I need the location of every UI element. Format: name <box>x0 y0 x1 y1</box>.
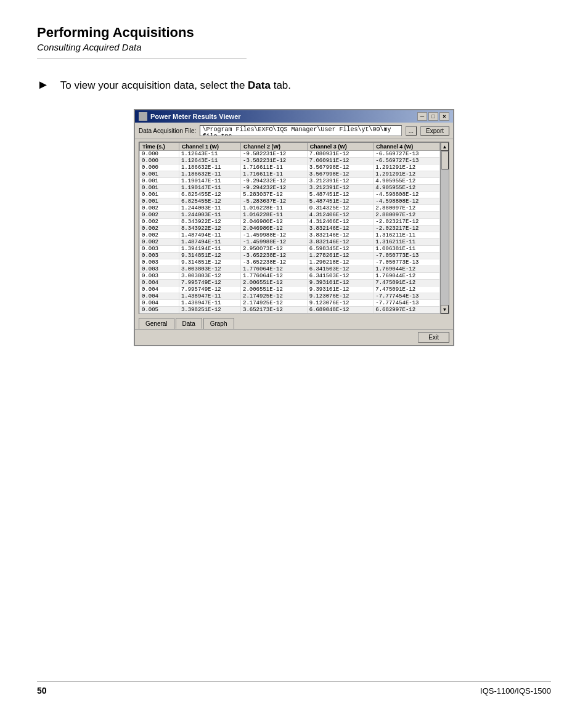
table-cell: 9.123076E-12 <box>307 300 374 307</box>
table-cell: 0.003 <box>140 253 179 259</box>
table-cell: 6.689048E-12 <box>307 307 374 314</box>
table-cell: 6.825455E-12 <box>179 198 240 205</box>
table-cell: 1.716611E-11 <box>241 171 308 178</box>
table-cell: 4.905955E-12 <box>374 178 440 185</box>
titlebar-left: Power Meter Results Viewer <box>139 112 241 121</box>
table-cell: 3.832146E-12 <box>307 232 374 239</box>
table-row: 0.0021.244003E-111.016228E-114.312406E-1… <box>140 212 440 219</box>
table-row: 0.0011.190147E-11-9.294232E-123.212391E-… <box>140 178 440 185</box>
table-cell: 7.060911E-12 <box>307 158 374 164</box>
table-row: 0.0053.398251E-123.652173E-126.689048E-1… <box>140 314 440 314</box>
table-cell: 0.004 <box>140 286 179 293</box>
scroll-track[interactable] <box>441 151 449 305</box>
table-cell: 1.438947E-11 <box>179 293 240 300</box>
table-row: 0.0001.12643E-11-9.582231E-127.080931E-1… <box>140 151 440 158</box>
table-row: 0.0039.314851E-12-3.652238E-121.278261E-… <box>140 253 440 259</box>
export-button[interactable]: Export <box>420 126 449 136</box>
table-cell: -3.652238E-12 <box>241 253 308 259</box>
table-cell: 8.343922E-12 <box>179 219 240 225</box>
table-cell: 0.000 <box>140 164 179 171</box>
table-cell: 0.002 <box>140 205 179 212</box>
page-subtitle: Consulting Acquired Data <box>37 42 551 52</box>
table-row: 0.0033.003803E-121.776064E-126.341503E-1… <box>140 273 440 280</box>
vertical-scrollbar[interactable]: ▲ ▼ <box>440 142 449 314</box>
table-cell: -9.294232E-12 <box>241 178 308 185</box>
table-column-header: Channel 2 (W) <box>241 143 308 151</box>
minimize-button[interactable]: ─ <box>417 112 427 121</box>
browse-button[interactable]: ... <box>406 126 417 136</box>
table-cell: 1.776064E-12 <box>241 273 308 280</box>
table-cell: 9.314851E-12 <box>179 253 240 259</box>
table-cell: 7.995749E-12 <box>179 286 240 293</box>
table-cell: 0.314325E-12 <box>307 205 374 212</box>
page-header: Performing Acquisitions Consulting Acqui… <box>37 25 551 52</box>
table-cell: -9.582231E-12 <box>241 151 308 158</box>
table-cell: -7.777454E-13 <box>374 300 440 307</box>
table-cell: 0.002 <box>140 212 179 219</box>
table-cell: 1.016228E-11 <box>241 212 308 219</box>
instruction-after: tab. <box>271 79 291 91</box>
table-column-header: Channel 1 (W) <box>179 143 240 151</box>
table-cell: 0.000 <box>140 151 179 158</box>
table-column-header: Time (s.) <box>140 143 179 151</box>
table-cell: 1.278261E-12 <box>307 253 374 259</box>
table-row: 0.0028.343922E-122.046980E-123.832146E-1… <box>140 225 440 232</box>
table-cell: 0.003 <box>140 266 179 273</box>
table-cell: 1.316211E-11 <box>374 232 440 239</box>
table-cell: 7.475091E-12 <box>374 280 440 286</box>
table-cell: 1.190147E-11 <box>179 178 240 185</box>
table-cell: -2.023217E-12 <box>374 219 440 225</box>
table-row: 0.0047.995749E-122.006551E-129.393101E-1… <box>140 286 440 293</box>
table-cell: 2.006551E-12 <box>241 280 308 286</box>
table-row: 0.0047.995749E-122.006551E-129.393101E-1… <box>140 280 440 286</box>
tab-graph[interactable]: Graph <box>203 318 234 329</box>
page-number: 50 <box>37 686 47 696</box>
table-cell: 3.003803E-12 <box>179 266 240 273</box>
tab-general[interactable]: General <box>139 318 174 329</box>
table-cell: 1.769044E-12 <box>374 266 440 273</box>
table-cell: 1.291291E-12 <box>374 171 440 178</box>
table-cell: 2.880097E-12 <box>374 212 440 219</box>
table-cell: 2.046980E-12 <box>241 219 308 225</box>
table-cell: 0.004 <box>140 293 179 300</box>
table-cell: 0.002 <box>140 232 179 239</box>
table-cell: 9.314851E-12 <box>179 259 240 266</box>
scroll-down-arrow[interactable]: ▼ <box>441 305 449 314</box>
table-row: 0.0031.394194E-112.950073E-126.598345E-1… <box>140 246 440 253</box>
table-cell: 1.244003E-11 <box>179 205 240 212</box>
table-cell: 6.598345E-12 <box>307 246 374 253</box>
table-cell: 3.567998E-12 <box>307 164 374 171</box>
window-toolbar: Data Acquisition File: \Program Files\EX… <box>135 123 453 139</box>
table-cell: 2.006551E-12 <box>241 286 308 293</box>
window-tabs: GeneralDataGraph <box>135 317 453 329</box>
table-cell: 7.995749E-12 <box>179 280 240 286</box>
table-cell: 1.12643E-11 <box>179 158 240 164</box>
table-cell: 4.312406E-12 <box>307 212 374 219</box>
scroll-thumb[interactable] <box>441 151 449 169</box>
table-cell: 1.716611E-11 <box>241 164 308 171</box>
table-cell: 0.001 <box>140 185 179 192</box>
table-cell: 2.174925E-12 <box>241 293 308 300</box>
table-cell: 1.291291E-12 <box>374 164 440 171</box>
maximize-button[interactable]: □ <box>428 112 438 121</box>
exit-button[interactable]: Exit <box>418 332 449 343</box>
table-cell: 5.487451E-12 <box>307 192 374 198</box>
table-cell: 6.682997E-12 <box>374 307 440 314</box>
instruction-text: To view your acquisition data, select th… <box>60 79 291 92</box>
table-cell: 1.186632E-11 <box>179 171 240 178</box>
table-cell: 1.776064E-12 <box>241 266 308 273</box>
table-cell: 3.832146E-12 <box>307 239 374 246</box>
table-cell: -6.569727E-13 <box>374 151 440 158</box>
table-cell: 0.002 <box>140 219 179 225</box>
instruction-before: To view your acquisition data, select th… <box>60 79 248 91</box>
table-cell: 2.950073E-12 <box>241 246 308 253</box>
window-title: Power Meter Results Viewer <box>150 113 241 120</box>
close-button[interactable]: × <box>439 112 449 121</box>
table-cell: 6.825455E-12 <box>179 192 240 198</box>
table-cell: 9.393101E-12 <box>307 280 374 286</box>
scroll-up-arrow[interactable]: ▲ <box>441 142 449 151</box>
table-cell: -5.283037E-12 <box>241 198 308 205</box>
table-cell: 0.004 <box>140 300 179 307</box>
page-footer: 50 IQS-1100/IQS-1500 <box>37 681 551 696</box>
tab-data[interactable]: Data <box>176 318 202 329</box>
